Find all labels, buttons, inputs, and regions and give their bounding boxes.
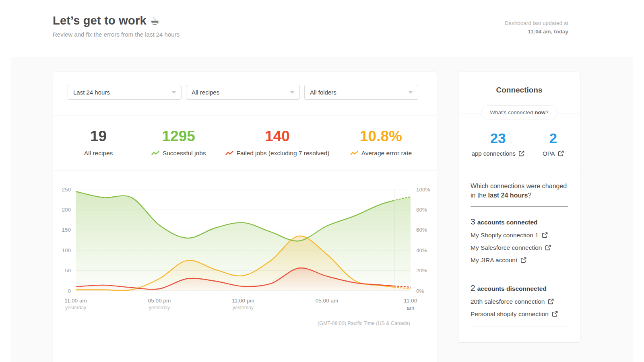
zigzag-line-icon	[151, 151, 159, 156]
stat-error-rate: 10.8% Average error rate	[333, 128, 429, 157]
connections-pill-row: What’s connected now?	[458, 105, 580, 120]
connection-link[interactable]: Personal shopify connection	[471, 311, 568, 318]
chevron-down-icon	[290, 91, 294, 94]
timezone-note: (GMT-08:00) Pacific Time (US & Canada)	[53, 321, 410, 326]
connection-link[interactable]: My JIRA account	[471, 257, 568, 264]
x-axis-label: 11:00 pm yesterday	[232, 297, 254, 311]
chevron-down-icon	[172, 91, 176, 94]
folders-value: All folders	[310, 89, 336, 96]
page-header: Let’s get to work ☕ Review and fix the e…	[0, 0, 644, 57]
page-title: Let’s get to work ☕	[53, 14, 180, 27]
error-rate-label: Average error rate	[361, 150, 412, 157]
accounts-connected-group: 3accounts connected My Shopify connectio…	[458, 207, 580, 264]
axis-tick: 0%	[416, 288, 424, 294]
external-link-icon	[518, 150, 524, 156]
stats-row: 19 All recipes 1295 Successful jobs 140	[53, 115, 437, 171]
axis-tick: 100%	[416, 186, 430, 192]
x-axis-label: 05:00 pm yesterday	[148, 297, 171, 311]
accounts-disconnected-heading: 2accounts disconnected	[471, 283, 568, 293]
stat-all-recipes: 19 All recipes	[61, 128, 136, 157]
connection-link[interactable]: My Shopify connection 1	[471, 232, 568, 239]
time-range-value: Last 24 hours	[73, 89, 110, 96]
whats-connected-pill[interactable]: What’s connected now?	[481, 105, 557, 119]
time-range-dropdown[interactable]: Last 24 hours	[68, 85, 182, 100]
axis-tick: 100	[62, 247, 71, 253]
axis-tick: 200	[62, 207, 71, 213]
axis-tick: 0	[68, 288, 71, 294]
app-connections-count: 23	[464, 131, 532, 146]
x-axis-label: 11:00 am yesterday	[64, 297, 87, 311]
error-rate-value: 10.8%	[333, 128, 429, 145]
zigzag-line-icon	[350, 151, 358, 156]
accounts-disconnected-group: 2accounts disconnected 20th salesforce c…	[458, 273, 580, 318]
folders-dropdown[interactable]: All folders	[304, 85, 418, 100]
axis-tick: 40%	[416, 247, 427, 253]
accounts-connected-heading: 3accounts connected	[471, 217, 568, 226]
successful-jobs-label: Successful jobs	[163, 150, 206, 157]
axis-tick: 250	[62, 186, 71, 192]
external-link-icon	[558, 150, 564, 156]
last-updated-label: Dashboard last updated at	[505, 19, 568, 28]
chart-section: 250 200 150 100 50 0 100% 80% 60% 40% 20…	[53, 171, 437, 326]
page-subtitle: Review and fix the errors from the last …	[53, 31, 180, 38]
stat-failed-jobs: 140 Failed jobs (excluding 7 resolved)	[221, 128, 333, 157]
x-axis-label: 05:00 am	[316, 297, 338, 304]
app-connections-link[interactable]: app connections	[464, 150, 532, 157]
dashboard-content: Last 24 hours All recipes All folders	[11, 57, 633, 362]
external-link-icon	[548, 298, 554, 304]
zigzag-line-icon	[225, 151, 233, 156]
opa-count: 2	[532, 131, 574, 146]
connections-question: Which connections were changed in the la…	[458, 169, 580, 200]
x-axis-label: 11:00 am	[404, 297, 417, 312]
external-link-icon	[545, 245, 551, 251]
all-recipes-count: 19	[61, 128, 136, 145]
stat-successful-jobs: 1295 Successful jobs	[136, 128, 221, 157]
filter-bar: Last 24 hours All recipes All folders	[53, 72, 437, 115]
axis-tick: 20%	[416, 267, 427, 274]
connection-link[interactable]: 20th salesforce connection	[471, 298, 568, 305]
next-section-divider	[53, 336, 437, 362]
axis-tick: 50	[65, 267, 71, 274]
external-link-icon	[552, 311, 558, 317]
left-axis: 250 200 150 100 50 0	[53, 189, 76, 291]
failed-jobs-count: 140	[221, 128, 333, 145]
connection-link[interactable]: My Salesforce connection	[471, 244, 568, 251]
opa-link[interactable]: OPA	[532, 150, 574, 157]
all-recipes-label: All recipes	[84, 150, 113, 157]
axis-tick: 80%	[416, 207, 427, 213]
connections-title: Connections	[458, 86, 580, 95]
connections-card: Connections What’s connected now? 23 app…	[458, 72, 580, 343]
external-link-icon	[520, 257, 526, 263]
opa-count-block: 2 OPA	[532, 131, 574, 157]
right-axis: 100% 80% 60% 40% 20% 0%	[411, 189, 437, 291]
axis-tick: 150	[62, 227, 71, 233]
jobs-dashboard-card: Last 24 hours All recipes All folders	[53, 72, 437, 362]
section-divider	[471, 327, 568, 327]
axis-tick: 60%	[416, 227, 427, 233]
last-updated-time: 11:04 am, today	[505, 28, 568, 36]
connection-counts: 23 app connections 2 OPA	[458, 120, 580, 169]
recipes-dropdown[interactable]: All recipes	[186, 85, 300, 100]
external-link-icon	[542, 232, 548, 238]
successful-jobs-count: 1295	[136, 128, 221, 145]
chevron-down-icon	[409, 91, 413, 94]
jobs-area-chart	[76, 189, 411, 291]
recipes-value: All recipes	[192, 89, 219, 96]
x-axis-labels: 11:00 am yesterday 05:00 pm yesterday 11…	[76, 297, 411, 321]
app-connections-count-block: 23 app connections	[464, 131, 532, 157]
failed-jobs-label: Failed jobs (excluding 7 resolved)	[237, 150, 330, 157]
last-updated: Dashboard last updated at 11:04 am, toda…	[505, 19, 568, 36]
